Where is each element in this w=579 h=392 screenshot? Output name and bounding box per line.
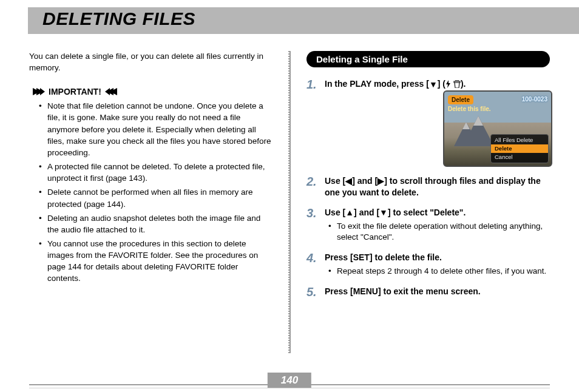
intro-text: You can delete a single file, or you can… — [29, 51, 273, 73]
step-text: Press [SET] to delete the file. — [325, 252, 442, 262]
step-number: 4. — [306, 252, 319, 277]
important-item: Delete cannot be performed when all file… — [47, 186, 273, 209]
step: 1. In the PLAY mode, press [▼] ( ). Dele… — [306, 78, 550, 167]
step-sub: To exit the file delete operation withou… — [325, 221, 550, 244]
content-columns: You can delete a single file, or you can… — [0, 34, 579, 353]
step-sub-text: To exit the file delete operation withou… — [337, 221, 550, 244]
trash-icon — [453, 80, 461, 88]
menu-item-delete[interactable]: Delete — [491, 144, 548, 153]
step-body: Press [SET] to delete the file. Repeat s… — [325, 252, 550, 277]
step-sub-text: Repeat steps 2 through 4 to delete other… — [337, 266, 550, 277]
section-heading: Deleting a Single File — [306, 51, 550, 67]
step-body: Press [MENU] to exit the menu screen. — [325, 286, 550, 298]
important-item: You cannot use the procedures in this se… — [47, 238, 273, 285]
delete-prompt: Delete this file. — [448, 105, 491, 113]
step: 3. Use [▲] and [▼] to select "Delete". T… — [306, 207, 550, 244]
important-item: A protected file cannot be deleted. To d… — [47, 161, 273, 184]
camera-screenshot: Delete Delete this file. 100-0023 All Fi… — [443, 90, 550, 167]
important-item: Note that file deletion cannot be undone… — [47, 100, 273, 158]
step-number: 5. — [306, 286, 319, 298]
step-number: 3. — [306, 207, 319, 244]
burst-left-icon — [105, 88, 121, 95]
step: 4. Press [SET] to delete the file. Repea… — [306, 252, 550, 277]
burst-right-icon — [29, 88, 45, 95]
step-body: Use [▲] and [▼] to select "Delete". To e… — [325, 207, 550, 244]
flash-icon — [445, 80, 451, 88]
right-column: Deleting a Single File 1. In the PLAY mo… — [306, 51, 550, 353]
step: 5. Press [MENU] to exit the menu screen. — [306, 286, 550, 298]
step-text: Press [MENU] to exit the menu screen. — [325, 286, 481, 296]
step-number: 2. — [306, 175, 319, 198]
step-body: Use [◀] and [▶] to scroll through files … — [325, 175, 550, 198]
manual-page: DELETING FILES You can delete a single f… — [0, 7, 579, 392]
step-1-text: In the PLAY mode, press [▼] ( ). — [325, 79, 466, 89]
step-sub: Repeat steps 2 through 4 to delete other… — [325, 266, 550, 277]
menu-item-all[interactable]: All Files Delete — [491, 136, 548, 144]
column-divider — [288, 51, 291, 353]
step: 2. Use [◀] and [▶] to scroll through fil… — [306, 175, 550, 198]
important-heading: IMPORTANT! — [29, 87, 273, 96]
important-label: IMPORTANT! — [49, 87, 101, 96]
lcd-preview: Delete Delete this file. 100-0023 All Fi… — [443, 90, 552, 167]
menu-item-cancel[interactable]: Cancel — [491, 153, 548, 161]
step-body: In the PLAY mode, press [▼] ( ). Delete … — [325, 78, 550, 167]
file-counter: 100-0023 — [522, 95, 547, 104]
footer-rule — [29, 384, 550, 388]
page-title: DELETING FILES — [42, 8, 195, 29]
step-text: Use [◀] and [▶] to scroll through files … — [325, 176, 541, 197]
title-bar: DELETING FILES — [0, 7, 579, 34]
important-item: Deleting an audio snapshot deletes both … — [47, 212, 273, 235]
delete-menu: All Files Delete Delete Cancel — [490, 134, 549, 163]
important-list: Note that file deletion cannot be undone… — [29, 100, 273, 284]
step-text: Use [▲] and [▼] to select "Delete". — [325, 208, 466, 217]
delete-badge: Delete — [448, 95, 473, 105]
left-column: You can delete a single file, or you can… — [29, 51, 273, 353]
step-number: 1. — [306, 78, 319, 167]
